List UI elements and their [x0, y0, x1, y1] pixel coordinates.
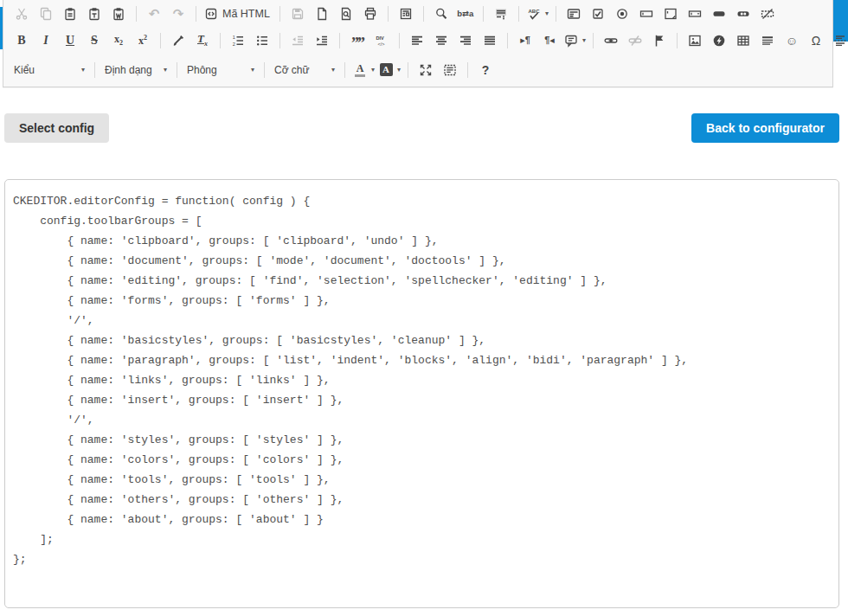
- strike-button[interactable]: S: [83, 30, 106, 51]
- toolbar-separator: [408, 62, 408, 78]
- back-to-configurator-button[interactable]: Back to configurator: [691, 113, 839, 143]
- indent-button[interactable]: [311, 30, 333, 51]
- editor-toolbar: ↶↷Mã HTMLb⇄aABC▾BIUSx2x2Tx12””DIV</>▸¶¶◂…: [3, 0, 833, 87]
- toolbar-separator: [220, 33, 221, 48]
- font-size-combo[interactable]: Cỡ chữ▾: [270, 59, 339, 80]
- bg-color-icon: A: [378, 62, 394, 78]
- text-color-button[interactable]: A▾: [351, 60, 376, 80]
- justify-center-icon: [434, 33, 449, 48]
- justify-left-button[interactable]: [406, 30, 428, 51]
- svg-text:</>: </>: [378, 41, 385, 46]
- paste-button[interactable]: [59, 3, 81, 24]
- form-icon: [566, 6, 581, 22]
- unlink-button: [624, 30, 646, 51]
- image-button-icon: [736, 6, 751, 22]
- special-char-button[interactable]: Ω: [805, 30, 827, 51]
- toolbar-separator: [279, 6, 280, 22]
- preview-button[interactable]: [335, 3, 357, 24]
- radio-button[interactable]: [611, 3, 633, 24]
- svg-text:DIV: DIV: [376, 35, 385, 41]
- paste-word-button[interactable]: [107, 3, 130, 24]
- config-code: CKEDITOR.editorConfig = function( config…: [13, 191, 830, 569]
- show-blocks-button[interactable]: [439, 60, 461, 80]
- chevron-down-icon: ▾: [545, 10, 549, 17]
- cut-icon: [14, 6, 29, 22]
- special-char-icon: Ω: [808, 33, 824, 48]
- font-combo[interactable]: Phông▾: [183, 59, 259, 80]
- indent-icon: [314, 33, 330, 48]
- toolbar-separator: [160, 33, 161, 48]
- help-button[interactable]: ?: [474, 60, 497, 80]
- format-combo-label: Định dạng: [105, 64, 160, 76]
- spell-check-button[interactable]: ABC▾: [525, 3, 549, 24]
- italic-button[interactable]: I: [35, 30, 57, 51]
- button-field-button[interactable]: [708, 3, 730, 24]
- chevron-down-icon: ▾: [397, 67, 401, 74]
- select-all-button[interactable]: [490, 3, 512, 24]
- blockquote-icon: ””: [350, 33, 365, 48]
- new-page-button[interactable]: [311, 3, 333, 24]
- smiley-button[interactable]: ☺: [781, 30, 803, 51]
- horizontal-rule-button[interactable]: [756, 30, 779, 51]
- select-field-icon: [687, 6, 703, 22]
- toolbar-separator: [556, 6, 556, 22]
- image-button-button[interactable]: [732, 3, 755, 24]
- styles-combo[interactable]: Kiểu▾: [10, 59, 89, 80]
- chevron-down-icon: ▾: [331, 67, 335, 74]
- numbered-list-button[interactable]: 12: [227, 30, 249, 51]
- form-button[interactable]: [562, 3, 585, 24]
- remove-format-button[interactable]: Tx: [191, 30, 214, 51]
- bold-button[interactable]: B: [10, 30, 33, 51]
- svg-text:1: 1: [233, 35, 235, 40]
- toolbar-row-2: BIUSx2x2Tx12””DIV</>▸¶¶◂▾☺Ω: [3, 27, 832, 54]
- underline-button[interactable]: U: [59, 30, 81, 51]
- bulleted-list-icon: [254, 33, 270, 48]
- bidi-ltr-button[interactable]: ▸¶: [514, 30, 536, 51]
- svg-text:ABC: ABC: [528, 8, 540, 13]
- source-icon: [203, 6, 219, 22]
- page-break-button[interactable]: [829, 30, 848, 51]
- templates-button[interactable]: [395, 3, 417, 24]
- replace-icon: b⇄a: [458, 6, 473, 22]
- print-button[interactable]: [359, 3, 382, 24]
- hidden-field-button[interactable]: [756, 3, 779, 24]
- superscript-button[interactable]: x2: [132, 30, 154, 51]
- justify-block-button[interactable]: [479, 30, 501, 51]
- select-field-button[interactable]: [684, 3, 706, 24]
- find-icon: [434, 6, 449, 22]
- source-button[interactable]: Mã HTML: [202, 3, 273, 24]
- remove-format-icon: Tx: [195, 33, 210, 48]
- text-field-button[interactable]: [635, 3, 658, 24]
- svg-text:2: 2: [233, 42, 235, 47]
- language-button[interactable]: ▾: [562, 30, 587, 51]
- textarea-button[interactable]: [659, 3, 682, 24]
- toolbar-separator: [136, 6, 137, 22]
- bg-color-button[interactable]: A▾: [377, 60, 402, 80]
- flash-button[interactable]: [708, 30, 730, 51]
- text-field-icon: [639, 6, 654, 22]
- table-button[interactable]: [732, 30, 755, 51]
- blockquote-button[interactable]: ””: [346, 30, 369, 51]
- subscript-button[interactable]: x2: [107, 30, 130, 51]
- bulleted-list-button[interactable]: [251, 30, 273, 51]
- find-button[interactable]: [430, 3, 453, 24]
- checkbox-button[interactable]: [587, 3, 609, 24]
- redo-button: ↷: [167, 3, 190, 24]
- paste-text-button[interactable]: [83, 3, 106, 24]
- format-combo[interactable]: Định dạng▾: [100, 59, 171, 80]
- new-page-icon: [314, 6, 330, 22]
- chevron-down-icon: ▾: [164, 67, 167, 74]
- maximize-button[interactable]: [414, 60, 437, 80]
- link-button[interactable]: [600, 30, 622, 51]
- justify-right-button[interactable]: [454, 30, 477, 51]
- div-container-button[interactable]: DIV</>: [370, 30, 393, 51]
- bidi-rtl-button[interactable]: ¶◂: [538, 30, 561, 51]
- styles-combo-label: Kiểu: [14, 64, 78, 76]
- replace-button[interactable]: b⇄a: [454, 3, 477, 24]
- anchor-button[interactable]: [648, 30, 671, 51]
- superscript-icon: x2: [135, 33, 151, 48]
- select-config-button[interactable]: Select config: [4, 113, 109, 143]
- image-button[interactable]: [684, 30, 706, 51]
- copy-formatting-button[interactable]: [167, 30, 190, 51]
- justify-center-button[interactable]: [430, 30, 453, 51]
